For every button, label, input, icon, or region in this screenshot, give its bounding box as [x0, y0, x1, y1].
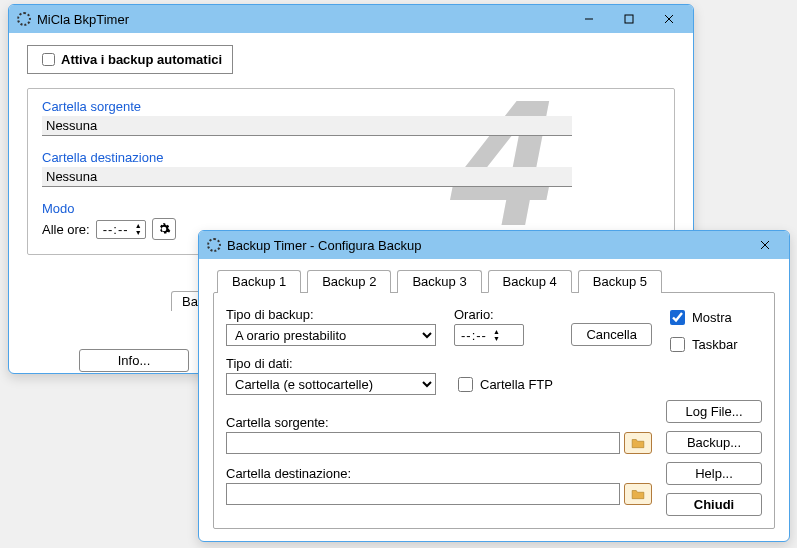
- maximize-button[interactable]: [609, 5, 649, 33]
- mostra-label: Mostra: [692, 310, 732, 325]
- app-icon: [17, 12, 31, 26]
- time-value: --:--: [103, 222, 129, 237]
- cancel-button[interactable]: Cancella: [571, 323, 652, 346]
- source-label: Cartella sorgente: [42, 99, 660, 114]
- config-body: Tipo di backup: A orario prestabilito Or…: [213, 292, 775, 529]
- mostra-checkbox[interactable]: [670, 310, 685, 325]
- dest-label: Cartella destinazione: [42, 150, 660, 165]
- close-config-button[interactable]: Chiudi: [666, 493, 762, 516]
- backup-button[interactable]: Backup...: [666, 431, 762, 454]
- main-title: MiCla BkpTimer: [37, 12, 569, 27]
- log-file-button[interactable]: Log File...: [666, 400, 762, 423]
- data-type-label: Tipo di dati:: [226, 356, 436, 371]
- ftp-checkbox[interactable]: [458, 377, 473, 392]
- tab-backup-1[interactable]: Backup 1: [217, 270, 301, 293]
- data-type-select[interactable]: Cartella (e sottocartelle): [226, 373, 436, 395]
- cfg-dest-label: Cartella destinazione:: [226, 466, 652, 481]
- tab-backup-5[interactable]: Backup 5: [578, 270, 662, 293]
- orario-value: --:--: [461, 328, 487, 343]
- minimize-button[interactable]: [569, 5, 609, 33]
- info-button[interactable]: Info...: [79, 349, 189, 372]
- orario-input[interactable]: --:-- ▲▼: [454, 324, 524, 346]
- taskbar-checkbox[interactable]: [670, 337, 685, 352]
- tab-backup-4[interactable]: Backup 4: [488, 270, 572, 293]
- app-icon: [207, 238, 221, 252]
- orario-label: Orario:: [454, 307, 524, 322]
- config-tabs: Backup 1 Backup 2 Backup 3 Backup 4 Back…: [213, 269, 775, 292]
- backup-type-label: Tipo di backup:: [226, 307, 436, 322]
- mostra-toggle[interactable]: Mostra: [666, 307, 762, 328]
- close-button[interactable]: [745, 231, 785, 259]
- svg-rect-1: [625, 15, 633, 23]
- gear-icon: [157, 222, 171, 236]
- config-titlebar: Backup Timer - Configura Backup: [199, 231, 789, 259]
- orario-spinner[interactable]: ▲▼: [493, 328, 500, 342]
- auto-backup-checkbox[interactable]: [42, 53, 55, 66]
- source-value: Nessuna: [42, 116, 572, 136]
- time-input[interactable]: --:-- ▲▼: [96, 220, 146, 239]
- time-spinner[interactable]: ▲▼: [135, 222, 142, 236]
- cfg-source-label: Cartella sorgente:: [226, 415, 652, 430]
- tab-backup-3[interactable]: Backup 3: [397, 270, 481, 293]
- folder-icon: [631, 437, 645, 449]
- help-button[interactable]: Help...: [666, 462, 762, 485]
- cfg-dest-input[interactable]: [226, 483, 620, 505]
- taskbar-toggle[interactable]: Taskbar: [666, 334, 762, 355]
- dest-value: Nessuna: [42, 167, 572, 187]
- browse-source-button[interactable]: [624, 432, 652, 454]
- backup-type-select[interactable]: A orario prestabilito: [226, 324, 436, 346]
- gear-button[interactable]: [152, 218, 176, 240]
- browse-dest-button[interactable]: [624, 483, 652, 505]
- folder-icon: [631, 488, 645, 500]
- main-titlebar: MiCla BkpTimer: [9, 5, 693, 33]
- mode-label: Modo: [42, 201, 660, 216]
- time-prefix: Alle ore:: [42, 222, 90, 237]
- auto-backup-label: Attiva i backup automatici: [61, 52, 222, 67]
- close-button[interactable]: [649, 5, 689, 33]
- cfg-source-input[interactable]: [226, 432, 620, 454]
- config-window: Backup Timer - Configura Backup Backup 1…: [198, 230, 790, 542]
- taskbar-label: Taskbar: [692, 337, 738, 352]
- ftp-label: Cartella FTP: [480, 377, 553, 392]
- tab-backup-2[interactable]: Backup 2: [307, 270, 391, 293]
- config-title: Backup Timer - Configura Backup: [227, 238, 745, 253]
- auto-backup-toggle[interactable]: Attiva i backup automatici: [27, 45, 233, 74]
